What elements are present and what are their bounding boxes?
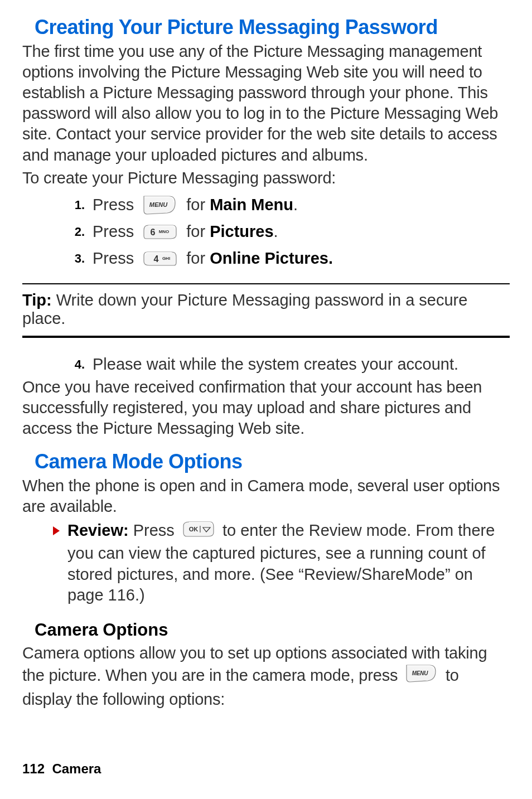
steps-list: 1. Press MENU for Main Menu . 2. Press — [22, 194, 510, 270]
step-target: Online Pictures. — [210, 249, 333, 268]
step-dot: . — [293, 196, 298, 214]
bullet-pre: Press — [133, 522, 179, 540]
page-section-label: Camera — [52, 761, 101, 776]
tip-label: Tip: — [22, 291, 56, 309]
svg-text:OK: OK — [189, 526, 199, 532]
svg-text:4: 4 — [154, 254, 159, 264]
triangle-bullet-icon — [53, 526, 60, 535]
paragraph-to-create: To create your Picture Messaging passwor… — [22, 168, 510, 188]
tip-box: Tip: Write down your Picture Messaging p… — [22, 283, 510, 338]
six-key-icon: 6 MNO — [143, 224, 177, 240]
svg-text:GHI: GHI — [162, 256, 170, 261]
paragraph-camera-options: Camera options allow you to set up optio… — [22, 642, 510, 710]
tip-text: Write down your Picture Messaging passwo… — [22, 291, 467, 327]
step-4: 4. Please wait while the system creates … — [22, 354, 510, 376]
svg-text:6: 6 — [151, 227, 156, 237]
step-number: 2. — [68, 225, 85, 239]
bullet-label: Review: — [67, 522, 133, 540]
step-for: for — [182, 249, 210, 268]
paragraph-intro: The first time you use any of the Pictur… — [22, 41, 510, 166]
step-target: Main Menu — [210, 196, 293, 214]
step-dot: . — [274, 222, 278, 241]
bullet-review: Review: Press OK | to enter the Review m… — [53, 520, 510, 605]
svg-text:MNO: MNO — [159, 229, 170, 234]
heading-camera-options: Camera Options — [22, 620, 510, 640]
step-target: Pictures — [210, 222, 273, 241]
step-4-text: Please wait while the system creates you… — [93, 355, 458, 374]
menu-key-icon: MENU — [143, 195, 177, 215]
step-prefix: Press — [93, 249, 138, 268]
step-prefix: Press — [93, 222, 138, 241]
heading-creating-password: Creating Your Picture Messaging Password — [22, 16, 510, 39]
step-number: 1. — [68, 198, 85, 212]
step-number: 4. — [68, 357, 85, 372]
page-number: 112 — [22, 761, 45, 776]
step-3: 3. Press 4 GHI for Online Pictures. — [22, 248, 510, 270]
paragraph-confirmation: Once you have received confirmation that… — [22, 377, 510, 439]
paragraph-camera-mode: When the phone is open and in Camera mod… — [22, 476, 510, 517]
svg-text:MENU: MENU — [412, 670, 429, 676]
step-number: 3. — [68, 251, 85, 266]
svg-text:|: | — [199, 524, 201, 532]
step-2: 2. Press 6 MNO for Pictures . — [22, 221, 510, 243]
menu-key-icon: MENU — [405, 664, 438, 689]
svg-text:MENU: MENU — [149, 201, 168, 208]
four-key-icon: 4 GHI — [143, 250, 177, 267]
step-for: for — [182, 222, 210, 241]
step-prefix: Press — [93, 196, 138, 214]
heading-camera-mode-options: Camera Mode Options — [22, 450, 510, 473]
ok-key-icon: OK | — [182, 520, 215, 543]
page-footer: 112 Camera — [22, 761, 101, 777]
step-for: for — [182, 196, 210, 214]
step-1: 1. Press MENU for Main Menu . — [22, 194, 510, 216]
